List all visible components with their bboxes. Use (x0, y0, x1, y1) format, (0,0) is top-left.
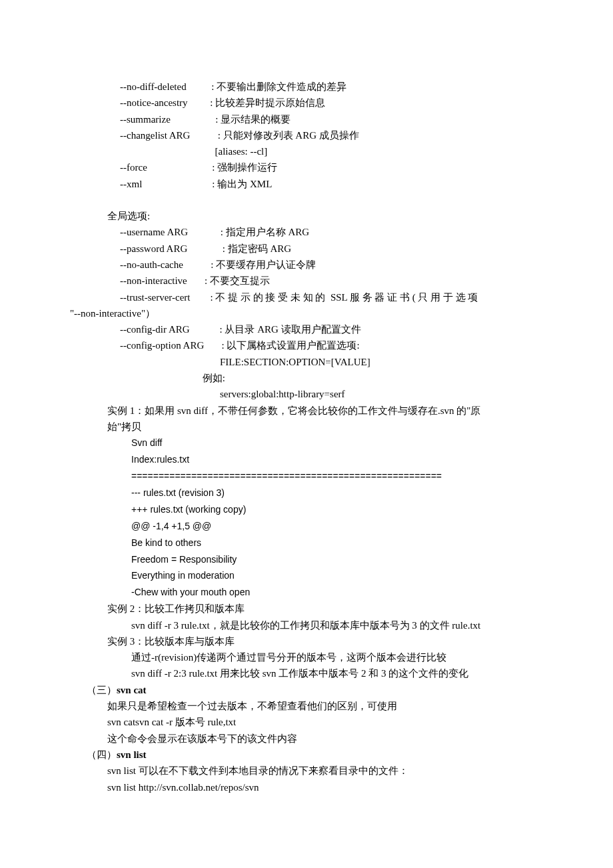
option-row: --summarize : 显示结果的概要 (70, 111, 533, 127)
diff-line: Everything in moderation (131, 567, 533, 584)
opt-gap (190, 292, 210, 303)
opt-flag: --no-auth-cache (120, 259, 183, 270)
global-row: --non-interactive : 不要交互提示 (70, 273, 533, 289)
global-row: --trust-server-cert : 不 提 示 的 接 受 未 知 的 … (70, 289, 533, 305)
option-row: --force : 强制操作运行 (70, 159, 533, 175)
diff-line: Svn diff (131, 435, 533, 451)
section-number: （四） (87, 749, 117, 760)
config-example-line: servers:global:http-library=serf (70, 386, 533, 402)
opt-desc: 显示结果的概要 (221, 114, 291, 125)
opt-flag: --notice-ancestry (120, 97, 188, 108)
opt-gap (147, 162, 213, 173)
opt-gap (188, 227, 221, 237)
opt-desc: 输出为 XML (217, 179, 272, 189)
diff-output-block: Svn diff Index:rules.txt ===============… (70, 435, 533, 601)
example1-line2: 始"拷贝 (70, 419, 533, 435)
global-options-header: 全局选项: (70, 208, 533, 224)
opt-gap (171, 114, 216, 125)
diff-line: --- rules.txt (revision 3) (131, 485, 533, 501)
opt-flag: --config-option ARG (120, 340, 204, 351)
example1-line1: 实例 1：如果用 svn diff，不带任何参数，它将会比较你的工作文件与缓存在… (70, 403, 533, 419)
alias-row: [aliases: --cl] (70, 143, 533, 159)
opt-gap (204, 340, 221, 351)
section3-line: 这个命令会显示在该版本号下的该文件内容 (70, 731, 533, 747)
diff-line: Index:rules.txt (131, 451, 533, 468)
opt-gap (190, 324, 220, 335)
diff-line: @@ -1,4 +1,5 @@ (131, 518, 533, 535)
opt-desc: 强制操作运行 (217, 162, 277, 173)
opt-flag: --changelist ARG (120, 130, 190, 141)
opt-desc: 不要输出删除文件造成的差异 (217, 81, 346, 92)
config-example-line: FILE:SECTION:OPTION=[VALUE] (70, 354, 533, 370)
global-row: --config-dir ARG : 从目录 ARG 读取用户配置文件 (70, 321, 533, 337)
option-row: --xml : 输出为 XML (70, 176, 533, 192)
diff-line: ========================================… (131, 468, 533, 485)
example2-body: svn diff -r 3 rule.txt，就是比较你的工作拷贝和版本库中版本… (70, 617, 533, 633)
section-number: （三） (87, 685, 117, 695)
document-page: --no-diff-deleted : 不要输出删除文件造成的差异 --noti… (0, 0, 613, 862)
diff-line: +++ rules.txt (working copy) (131, 501, 533, 518)
section-title: svn cat (117, 685, 147, 695)
diff-line: Be kind to others (131, 535, 533, 551)
diff-line: Freedom = Responsibility (131, 551, 533, 568)
opt-flag: --password ARG (120, 243, 187, 254)
opt-flag: --username ARG (120, 227, 188, 237)
option-row: --notice-ancestry : 比较差异时提示原始信息 (70, 95, 533, 111)
opt-gap (190, 130, 217, 141)
opt-flag: --force (120, 162, 147, 173)
opt-desc: 不要交互提示 (210, 275, 270, 286)
section-4-heading: （四）svn list (70, 747, 533, 763)
spacer (70, 192, 533, 208)
noninteractive-wrap: "--non-interactive"） (70, 305, 533, 321)
global-row: --username ARG : 指定用户名称 ARG (70, 224, 533, 240)
section3-line: svn catsvn cat -r 版本号 rule,txt (70, 714, 533, 730)
example3-body-2: svn diff -r 2:3 rule.txt 用来比较 svn 工作版本中版… (70, 665, 533, 681)
opt-flag: --summarize (120, 114, 171, 125)
section-title: svn list (117, 749, 147, 760)
config-example-line: 例如: (70, 370, 533, 386)
opt-desc: 以下属格式设置用户配置选项: (227, 340, 359, 351)
opt-desc: 比较差异时提示原始信息 (215, 97, 325, 108)
opt-gap (188, 97, 211, 108)
section3-line: 如果只是希望检查一个过去版本，不希望查看他们的区别，可使用 (70, 698, 533, 714)
opt-gap (183, 259, 211, 270)
opt-desc: 不要缓存用户认证令牌 (216, 259, 316, 270)
opt-desc: 从目录 ARG 读取用户配置文件 (225, 324, 360, 335)
opt-gap (142, 179, 212, 189)
opt-flag: --trust-server-cert (120, 292, 190, 303)
opt-desc: 指定用户名称 ARG (226, 227, 309, 237)
global-row: --no-auth-cache : 不要缓存用户认证令牌 (70, 257, 533, 273)
example2-header: 实例 2：比较工作拷贝和版本库 (70, 601, 533, 617)
opt-flag: --xml (120, 179, 142, 189)
example3-header: 实例 3：比较版本库与版本库 (70, 633, 533, 649)
opt-flag: --non-interactive (120, 275, 187, 286)
section-3-heading: （三）svn cat (70, 682, 533, 698)
opt-flag: --no-diff-deleted (120, 81, 187, 92)
option-row: --no-diff-deleted : 不要输出删除文件造成的差异 (70, 79, 533, 95)
opt-gap (187, 81, 212, 92)
global-row: --config-option ARG : 以下属格式设置用户配置选项: (70, 337, 533, 353)
global-row: --password ARG : 指定密码 ARG (70, 241, 533, 257)
opt-gap (187, 275, 205, 286)
option-row: --changelist ARG : 只能对修改列表 ARG 成员操作 (70, 127, 533, 143)
section4-line: svn list http://svn.collab.net/repos/svn (70, 779, 533, 795)
opt-desc: 指定密码 ARG (228, 243, 291, 254)
section4-line: svn list 可以在不下载文件到本地目录的情况下来察看目录中的文件： (70, 763, 533, 779)
example3-body-1: 通过-r(revision)传递两个通过冒号分开的版本号，这两个版本会进行比较 (70, 649, 533, 665)
opt-desc: 不 提 示 的 接 受 未 知 的 SSL 服 务 器 证 书 ( 只 用 于 … (215, 292, 478, 303)
diff-line: -Chew with your mouth open (131, 584, 533, 601)
opt-gap (187, 243, 223, 254)
opt-flag: --config-dir ARG (120, 324, 190, 335)
opt-desc: 只能对修改列表 ARG 成员操作 (223, 130, 359, 141)
